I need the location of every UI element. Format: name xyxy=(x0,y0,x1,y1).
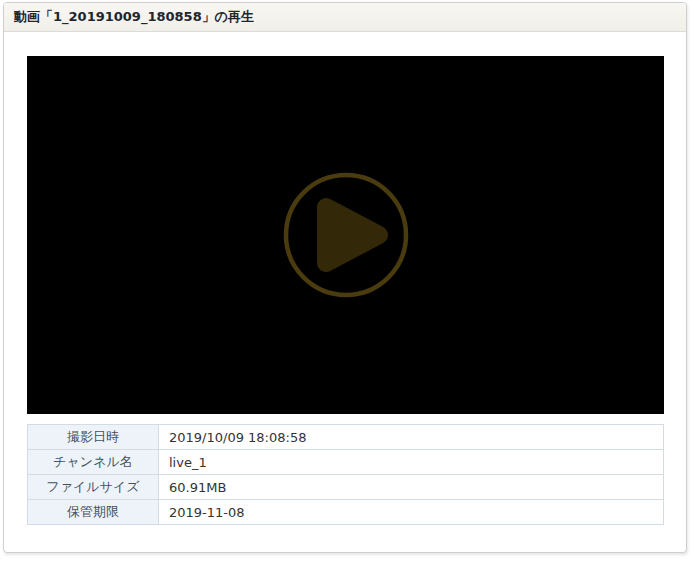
detail-value: 2019-11-08 xyxy=(159,500,664,525)
detail-label: 保管期限 xyxy=(28,500,159,525)
table-row-channel-name: チャンネル名 live_1 xyxy=(28,450,664,475)
detail-value: 60.91MB xyxy=(159,475,664,500)
detail-label: チャンネル名 xyxy=(28,450,159,475)
play-icon[interactable] xyxy=(283,172,409,298)
video-details-table: 撮影日時 2019/10/09 18:08:58 チャンネル名 live_1 フ… xyxy=(27,424,664,525)
table-row-file-size: ファイルサイズ 60.91MB xyxy=(28,475,664,500)
table-row-retention-limit: 保管期限 2019-11-08 xyxy=(28,500,664,525)
table-row-shoot-datetime: 撮影日時 2019/10/09 18:08:58 xyxy=(28,425,664,450)
detail-label: ファイルサイズ xyxy=(28,475,159,500)
video-playback-panel: 動画「1_20191009_180858」の再生 撮影日時 2019/10/09… xyxy=(3,2,687,553)
page-title: 動画「1_20191009_180858」の再生 xyxy=(4,3,686,32)
detail-value: 2019/10/09 18:08:58 xyxy=(159,425,664,450)
detail-value: live_1 xyxy=(159,450,664,475)
video-player[interactable] xyxy=(27,56,664,414)
content-area: 撮影日時 2019/10/09 18:08:58 チャンネル名 live_1 フ… xyxy=(4,32,686,525)
detail-label: 撮影日時 xyxy=(28,425,159,450)
play-icon-triangle xyxy=(326,207,379,263)
